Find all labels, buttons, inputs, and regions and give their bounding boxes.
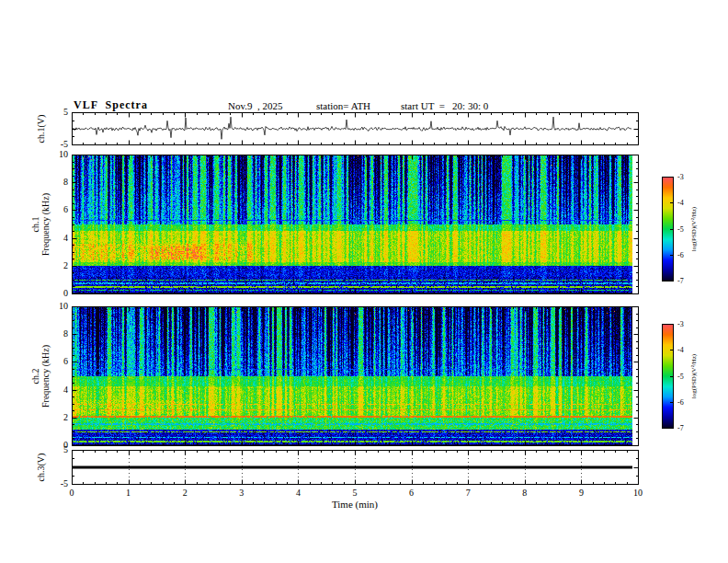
ch3-waveform-panel: [72, 450, 639, 485]
ch1-freq-tick-label: 4: [46, 233, 68, 243]
time-tick-label: 1: [119, 488, 138, 498]
colorbar-ch2-tick-label: -3: [677, 320, 692, 328]
ch1-spectrogram-ylabel-channel: ch.1: [30, 174, 40, 275]
ch1-volt-tick-label: -5: [46, 139, 68, 149]
time-tick-label: 3: [233, 488, 251, 498]
colorbar-ch2-tick-label: -6: [677, 398, 692, 407]
ch1-freq-tick-label: 8: [46, 177, 68, 187]
ch1-freq-tick-label: 10: [46, 149, 68, 159]
ch1-freq-tick-label: 0: [46, 288, 68, 298]
ch2-spectrogram-ylabel-channel: ch.2: [30, 326, 40, 427]
ch2-freq-tick-label: 4: [46, 385, 68, 395]
ch1-freq-tick-label: 2: [46, 260, 68, 270]
start-ut-label: start UT = 20: 30: 0: [401, 100, 488, 111]
colorbar-ch2-tick-label: -7: [677, 424, 692, 432]
colorbar-ch1: [662, 177, 674, 282]
time-axis-title: Time (min): [309, 499, 401, 510]
colorbar-ch2-tick-label: -5: [677, 373, 692, 381]
ch2-freq-tick-label: 2: [46, 412, 68, 422]
time-tick-label: 8: [516, 488, 534, 498]
time-tick-label: 10: [629, 488, 647, 498]
ch2-spectrogram-panel: [72, 306, 639, 446]
time-tick-label: 6: [403, 488, 421, 498]
colorbar-ch1-tick-label: -3: [677, 173, 692, 181]
colorbar-ch2: [662, 324, 674, 429]
time-tick-label: 9: [572, 488, 590, 498]
station-label: station= ATH: [316, 100, 370, 111]
time-tick-label: 4: [289, 488, 307, 498]
figure-title: VLF Spectra: [74, 98, 148, 112]
ch2-freq-tick-label: 8: [46, 328, 68, 339]
colorbar-ch1-tick-label: -4: [677, 199, 692, 207]
ch1-spectrogram-panel: [72, 155, 639, 294]
ch2-freq-tick-label: 10: [46, 301, 68, 311]
ch1-freq-tick-label: 6: [46, 204, 68, 214]
time-tick-label: 5: [346, 488, 364, 498]
time-tick-label: 7: [459, 488, 477, 498]
time-tick-label: 2: [176, 488, 194, 498]
ch3-volt-tick-label: 5: [46, 444, 68, 454]
colorbar-ch1-tick-label: -7: [677, 277, 692, 285]
colorbar-ch1-tick-label: -5: [677, 225, 692, 234]
ch1-volt-tick-label: 5: [46, 107, 68, 117]
time-tick-label: 0: [63, 488, 81, 498]
ch1-waveform-panel: [72, 112, 639, 145]
colorbar-ch2-tick-label: -4: [677, 346, 692, 354]
ch2-freq-tick-label: 6: [46, 356, 68, 366]
figure-date: Nov.9 , 2025: [228, 100, 282, 111]
ch3-volt-tick-label: -5: [46, 478, 68, 488]
vlf-spectra-figure: VLF Spectra Nov.9 , 2025 station= ATH st…: [0, 0, 728, 563]
colorbar-ch1-tick-label: -6: [677, 251, 692, 259]
